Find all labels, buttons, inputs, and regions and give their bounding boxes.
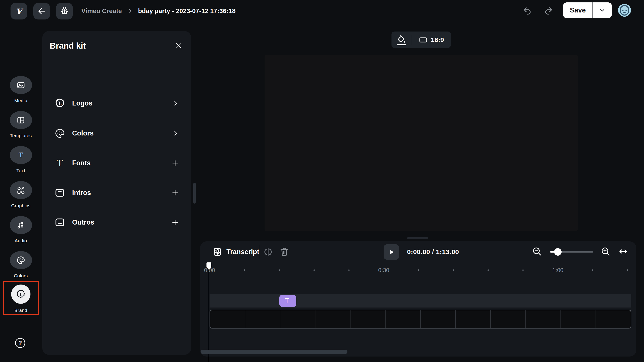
split-clip-button[interactable] [263,247,273,257]
colors-palette-icon [16,256,26,265]
video-segment[interactable] [245,310,280,328]
bug-icon [60,6,69,16]
sidebar-item-media[interactable]: Media [0,76,42,103]
aspect-ratio-button[interactable]: 16:9 [412,35,451,44]
timeline-zoom-slider[interactable] [550,251,593,253]
video-track[interactable] [210,310,631,329]
timeline-scrollbar[interactable] [200,350,348,354]
video-segment[interactable] [350,310,386,328]
brand-kit-item-logos[interactable]: L Logos [50,93,184,114]
svg-text:L: L [19,292,22,297]
aspect-ratio-icon [419,35,428,44]
video-segment[interactable] [456,310,491,328]
playhead-line [209,269,209,362]
play-button[interactable] [384,244,399,260]
outros-icon [54,217,65,228]
time-display: 0:00.00 / 1:13.00 [407,241,459,262]
brand-kit-item-fonts[interactable]: T Fonts [50,153,184,174]
sidebar-item-label: Audio [0,238,42,243]
timeline-ruler[interactable]: 0:000:301:00 [200,262,636,278]
help-button[interactable]: ? [15,338,25,348]
trash-icon [279,247,290,257]
timeline-panel: Transcript 0:00.00 / 1:13.00 0:000:301:0… [200,241,636,357]
video-canvas[interactable] [264,55,578,231]
zoom-slider-knob[interactable] [554,248,562,256]
svg-text:L: L [58,100,62,106]
transcript-button[interactable]: Transcript [212,246,259,258]
background-fill-button[interactable] [392,31,412,48]
ruler-tick-dot [418,262,419,278]
video-segment[interactable] [561,310,596,328]
save-options-button[interactable] [593,2,612,18]
video-segment[interactable] [386,310,421,328]
save-button[interactable]: Save [563,2,593,18]
brand-kit-item-outros[interactable]: Outros [50,212,184,233]
sidebar-item-label: Templates [0,133,42,138]
delete-clip-button[interactable] [279,247,290,257]
panel-resize-handle[interactable] [193,183,196,203]
video-segment[interactable] [596,310,631,328]
svg-text:T: T [19,151,23,159]
video-segment[interactable] [316,310,350,328]
fit-timeline-button[interactable] [618,246,628,257]
brand-kit-item-label: Fonts [72,159,90,167]
sidebar-item-audio[interactable]: Audio [0,216,42,243]
sidebar-item-label: Text [0,168,42,173]
logos-badge-icon: L [54,98,65,109]
transcript-icon [212,247,222,257]
ruler-tick-dot [627,262,628,278]
zoom-out-button[interactable] [532,246,542,257]
ruler-tick-dot [314,262,315,278]
sidebar-item-brand[interactable]: L Brand [0,285,42,313]
canvas-resize-handle[interactable] [407,237,428,239]
brand-kit-item-intros[interactable]: Intros [50,182,184,203]
undo-icon [522,6,532,16]
breadcrumb: Vimeo Create bday party - 2023-07-12 17:… [81,0,236,22]
audio-icon [16,221,26,230]
intros-icon [54,187,65,198]
chevron-right-icon [172,130,179,137]
sidebar-item-label: Colors [0,273,42,278]
breadcrumb-app-link[interactable]: Vimeo Create [81,7,122,15]
brand-kit-item-label: Logos [72,99,92,107]
video-segment[interactable] [491,310,526,328]
video-segment[interactable] [526,310,561,328]
sidebar-item-label: Media [0,98,42,103]
sidebar-item-graphics[interactable]: Graphics [0,181,42,208]
brand-kit-panel: Brand kit L Logos Colors T Fonts Intros … [42,31,191,355]
chevron-right-icon [172,100,179,107]
video-segment[interactable] [421,310,456,328]
zoom-in-button[interactable] [600,246,611,257]
ruler-time-label: 0:30 [378,262,389,278]
zoom-out-icon [532,246,542,257]
undo-button[interactable] [522,6,532,16]
svg-text:T: T [57,158,63,168]
text-clip-label: T A [279,297,296,305]
debug-button[interactable] [56,3,73,19]
close-panel-button[interactable] [174,41,184,51]
breadcrumb-chevron-icon [128,8,132,13]
colors-palette-icon [54,128,65,139]
text-track[interactable]: T A [210,294,631,308]
plus-icon [172,159,179,167]
video-segment[interactable] [280,310,316,328]
fonts-icon: T [54,158,65,169]
expand-horizontal-icon [618,246,628,257]
timeline-controls: Transcript 0:00.00 / 1:13.00 [200,241,636,262]
ruler-time-label: 1:00 [552,262,564,278]
text-clip[interactable]: T A [279,295,296,307]
brand-kit-item-colors[interactable]: Colors [50,123,184,144]
brand-kit-item-label: Outros [72,218,94,226]
ruler-tick-dot [488,262,489,278]
help-icon: ? [18,340,22,347]
save-split-button: Save [563,2,612,18]
redo-button[interactable] [544,6,553,16]
top-bar: v Vimeo Create bday party - 2023-07-12 1… [0,0,644,22]
sidebar-item-templates[interactable]: Templates [0,111,42,138]
split-icon [263,247,273,257]
avatar[interactable] [618,3,632,17]
controls-divider [259,245,259,259]
sidebar-item-colors[interactable]: Colors [0,251,42,278]
sidebar-item-text[interactable]: T Text [0,146,42,173]
video-segment[interactable] [210,310,245,328]
